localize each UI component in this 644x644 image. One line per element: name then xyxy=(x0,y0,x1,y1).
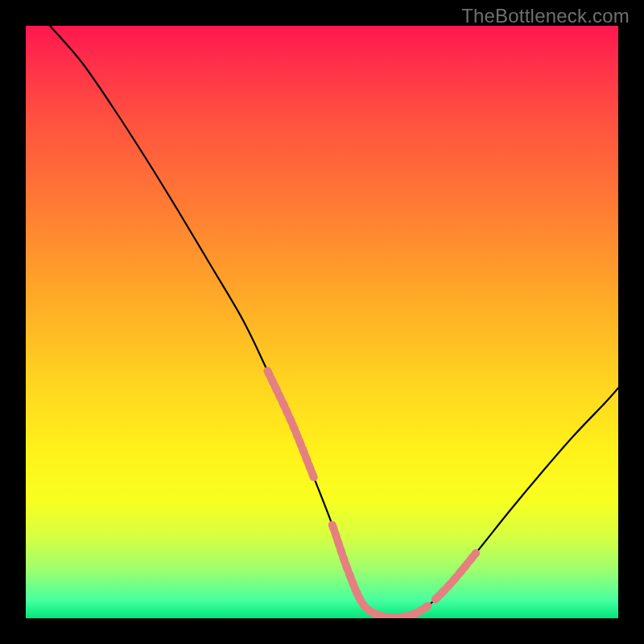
highlight-dot xyxy=(293,425,295,430)
highlight-dot xyxy=(349,573,351,578)
highlight-dots xyxy=(267,371,476,618)
highlight-dot xyxy=(335,533,336,538)
highlight-dot xyxy=(341,549,342,554)
highlight-dot xyxy=(332,525,334,530)
highlight-dot xyxy=(359,597,361,601)
highlight-dot xyxy=(312,473,313,477)
plot-area xyxy=(26,26,618,618)
highlight-dot xyxy=(385,617,390,617)
highlight-dot xyxy=(448,584,451,588)
highlight-dot xyxy=(267,371,270,376)
highlight-dot xyxy=(299,440,301,445)
highlight-dot xyxy=(469,557,473,561)
highlight-dot xyxy=(441,589,444,593)
highlight-dot xyxy=(306,456,308,461)
highlight-dot xyxy=(436,596,440,599)
highlight-dot xyxy=(376,614,381,616)
highlight-dot xyxy=(410,613,415,615)
highlight-dot xyxy=(425,606,427,609)
curve-svg xyxy=(26,26,618,618)
highlight-dot xyxy=(464,564,467,568)
highlight-dot xyxy=(289,417,291,422)
highlight-dot xyxy=(402,616,407,617)
highlight-dot xyxy=(343,557,345,562)
highlight-dot xyxy=(363,604,366,608)
highlight-dot xyxy=(418,610,423,613)
highlight-dot xyxy=(338,541,340,546)
highlight-dot xyxy=(346,565,348,570)
highlight-dot xyxy=(271,378,274,383)
highlight-dot xyxy=(286,410,288,415)
highlight-dot xyxy=(283,402,285,407)
highlight-dot xyxy=(459,571,462,575)
watermark-text: TheBottleneck.com xyxy=(461,5,630,27)
highlight-dot xyxy=(369,610,373,613)
chart-frame: TheBottleneck.com xyxy=(0,0,644,644)
highlight-dot xyxy=(355,589,357,594)
highlight-dot xyxy=(275,386,278,391)
highlight-dot xyxy=(296,433,298,438)
highlight-dot xyxy=(475,553,476,555)
highlight-dot xyxy=(308,464,310,469)
highlight-dot xyxy=(352,581,353,586)
highlight-dot xyxy=(453,577,456,581)
highlight-dot xyxy=(279,394,281,398)
highlight-dot xyxy=(303,448,304,453)
